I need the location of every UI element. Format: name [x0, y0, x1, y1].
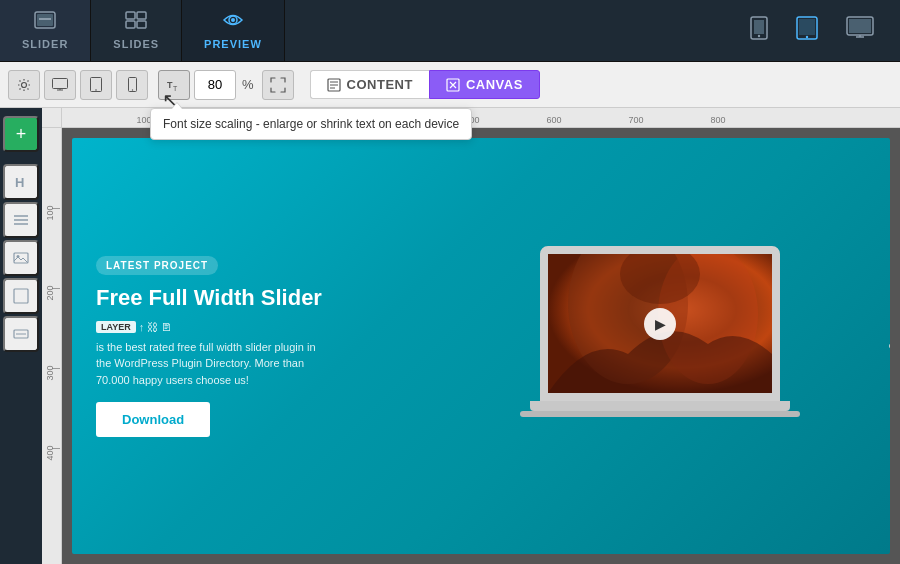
svg-rect-16 [849, 19, 871, 33]
slide-title: Free Full Width Slider [96, 285, 416, 311]
tab-preview[interactable]: PREVIEW [182, 0, 285, 61]
tab-slides[interactable]: SLIDES [91, 0, 182, 61]
slide-text-col: LATEST PROJECT Free Full Width Slider LA… [72, 235, 440, 458]
slide-preview: LATEST PROJECT Free Full Width Slider LA… [72, 138, 890, 554]
shape-tool-btn[interactable] [3, 278, 39, 314]
tab-slides-label: SLIDES [113, 38, 159, 50]
left-sidebar: + H [0, 108, 42, 564]
top-toolbar: SLIDER SLIDES PREVIEW [0, 0, 900, 62]
svg-rect-18 [53, 79, 68, 89]
slide-inner: LATEST PROJECT Free Full Width Slider LA… [72, 138, 890, 554]
svg-text:H: H [15, 175, 24, 190]
content-tab-btn[interactable]: CONTENT [310, 70, 429, 99]
canvas-content[interactable]: LATEST PROJECT Free Full Width Slider LA… [62, 128, 900, 564]
add-layer-btn[interactable]: + [3, 116, 39, 152]
font-size-input[interactable] [194, 70, 236, 100]
svg-rect-4 [137, 12, 146, 19]
percent-label: % [242, 77, 254, 92]
svg-rect-6 [137, 21, 146, 28]
tablet-device-btn[interactable] [790, 12, 824, 50]
svg-point-22 [131, 89, 132, 90]
svg-point-14 [806, 35, 808, 37]
svg-rect-10 [754, 20, 764, 34]
laptop-mockup: ▶ [520, 246, 800, 446]
svg-rect-5 [126, 21, 135, 28]
download-btn[interactable]: Download [96, 402, 210, 437]
preview-icon [222, 11, 244, 34]
image-tool-btn[interactable] [3, 240, 39, 276]
canvas-tab-label: CANVAS [466, 77, 523, 92]
desktop-device-btn[interactable] [840, 12, 880, 50]
heading-tool-btn[interactable]: H [3, 164, 39, 200]
mobile-view-btn[interactable] [116, 70, 148, 100]
slide-body: is the best rated free full width slider… [96, 339, 316, 389]
laptop-screen: ▶ [540, 246, 780, 401]
main-area: + H 100 200 300 400 500 600 700 [0, 108, 900, 564]
content-tab-label: CONTENT [347, 77, 413, 92]
slide-body-text: is the best rated free full width slider… [96, 341, 316, 386]
list-tool-btn[interactable] [3, 202, 39, 238]
layer-text-icon: 🖹 [161, 321, 172, 333]
svg-rect-36 [14, 289, 28, 303]
slide-badge: LATEST PROJECT [96, 256, 218, 275]
layer-tool-btn[interactable] [3, 316, 39, 352]
svg-rect-2 [39, 18, 51, 20]
layer-link-icon: ⛓ [147, 321, 158, 333]
slide-image-col: ▶ [440, 246, 890, 446]
slider-icon [34, 11, 56, 34]
ruler-corner [42, 108, 62, 128]
slides-icon [125, 11, 147, 34]
svg-point-17 [22, 82, 27, 87]
layer-badge: LAYER [96, 321, 136, 333]
settings-btn[interactable] [8, 70, 40, 100]
resize-btn[interactable] [262, 70, 294, 100]
layer-arrow-icon: ↑ [139, 321, 145, 333]
svg-point-20 [95, 89, 97, 91]
device-switcher [724, 0, 900, 61]
tab-preview-label: PREVIEW [204, 38, 262, 50]
desktop-view-btn[interactable] [44, 70, 76, 100]
font-scale-tooltip: Font size scaling - enlarge or shrink te… [150, 108, 472, 140]
svg-rect-13 [799, 19, 815, 35]
second-toolbar: T T % CONTENT CANVAS Font size scaling -… [0, 62, 900, 108]
canvas-wrapper: 100 200 300 400 500 600 700 800 100 200 … [42, 108, 900, 564]
layer-bar: LAYER ↑ ⛓ 🖹 [96, 321, 416, 333]
svg-point-11 [758, 34, 760, 36]
mobile-device-btn[interactable] [744, 12, 774, 50]
svg-rect-3 [126, 12, 135, 19]
svg-point-8 [231, 18, 235, 22]
tab-slider-label: SLIDER [22, 38, 68, 50]
dot-indicator [889, 343, 890, 349]
tablet-view-btn[interactable] [80, 70, 112, 100]
tooltip-text: Font size scaling - enlarge or shrink te… [163, 117, 459, 131]
content-canvas-tabs: CONTENT CANVAS [310, 70, 540, 99]
canvas-tab-btn[interactable]: CANVAS [429, 70, 540, 99]
ruler-left: 100 200 300 400 [42, 128, 62, 564]
tab-slider[interactable]: SLIDER [0, 0, 91, 61]
laptop-base [530, 401, 790, 411]
laptop-foot [520, 411, 800, 417]
play-btn[interactable]: ▶ [644, 308, 676, 340]
